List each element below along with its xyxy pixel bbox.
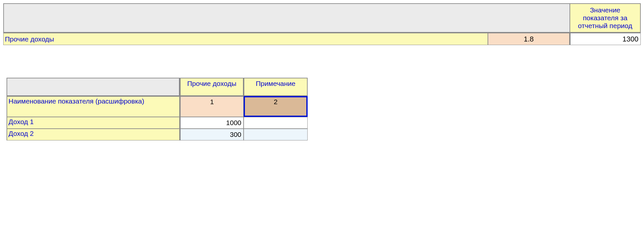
col-header-other-income: Прочие доходы: [180, 78, 244, 96]
main-summary-table: Значение показателя за отчетный период П…: [3, 3, 641, 45]
col-number-1[interactable]: 1: [180, 96, 244, 117]
other-income-label: Прочие доходы: [3, 33, 488, 45]
blank-header: [3, 3, 570, 33]
income-1-label: Доход 1: [7, 117, 180, 129]
value-period-header: Значение показателя за отчетный период: [570, 3, 641, 33]
income-2-label: Доход 2: [7, 129, 180, 140]
other-income-value[interactable]: 1300: [570, 33, 641, 45]
col-number-2-selected[interactable]: 2: [244, 96, 308, 117]
income-2-note[interactable]: [244, 129, 308, 140]
other-income-code[interactable]: 1.8: [488, 33, 570, 45]
breakdown-table: Прочие доходы Примечание Наименование по…: [7, 78, 308, 140]
indicator-name-header: Наименование показателя (расшифровка): [7, 96, 180, 117]
income-1-note[interactable]: [244, 117, 308, 129]
income-2-value[interactable]: 300: [180, 129, 244, 140]
income-1-value[interactable]: 1000: [180, 117, 244, 129]
col-header-note: Примечание: [244, 78, 308, 96]
blank-corner: [7, 78, 180, 96]
